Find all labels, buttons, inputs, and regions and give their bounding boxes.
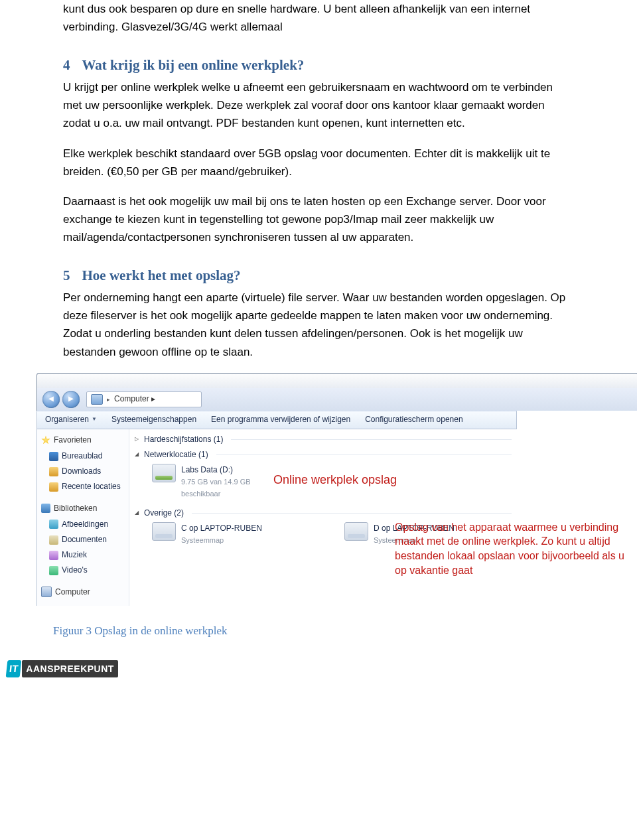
sidebar-afbeeldingen-label: Afbeeldingen [62,518,108,531]
library-icon [41,504,50,513]
recent-icon [49,482,58,492]
system-drive-icon [344,522,368,541]
section-4-number: 4 [63,54,70,77]
section-4-paragraph-c: Daarnaast is het ook mogelijk uw mail bi… [63,192,574,247]
sidebar-afbeeldingen[interactable]: Afbeeldingen [37,517,129,532]
group-net-label: Netwerklocatie (1) [144,449,208,461]
explorer-sidebar: Favorieten Bureaublad Downloads Recente … [37,429,129,606]
chevron-right-icon: ▸ [107,395,110,404]
explorer-content: ▷ Hardeschijfstations (1) ◢ Netwerklocat… [129,429,517,606]
arrow-right-icon: ► [67,392,76,406]
computer-small-icon [41,587,52,597]
sidebar-documenten-label: Documenten [62,533,107,546]
section-4-paragraph-a: U krijgt per online werkplek welke u afn… [63,78,574,133]
arrow-left-icon: ◄ [47,392,56,406]
drive-c-name: C op LAPTOP-RUBEN [181,522,262,535]
callout-online-opslag: Online werkplek opslag [273,470,397,490]
sidebar-bibliotheken[interactable]: Bibliotheken [37,500,129,517]
desktop-icon [49,452,58,461]
sidebar-recente-label: Recente locaties [62,480,121,493]
documents-icon [49,535,58,545]
sidebar-bureaublad-label: Bureaublad [62,450,102,462]
explorer-screenshot: ◄ ► ▸ Computer ▸ Organiseren ▼ Systeemei… [36,373,637,606]
explorer-toolbar: Organiseren ▼ Systeemeigenschappen Een p… [36,411,517,429]
group-hdd-label: Hardeschijfstations (1) [144,433,223,446]
callout-lokaal-opslag: Opslag van het apparaat waarmee u verbin… [395,520,634,577]
figure-caption: Figuur 3 Opslag in de online werkplek [53,622,637,640]
toolbar-configuratiescherm[interactable]: Configuratiescherm openen [365,413,462,426]
logo: IT AANSPREEKPUNT [7,660,118,677]
address-bar[interactable]: ▸ Computer ▸ [86,391,202,407]
section-5-paragraph: Per onderneming hangt een aparte (virtue… [63,289,574,361]
sidebar-favorieten[interactable]: Favorieten [37,432,129,449]
window-nav-bar: ◄ ► ▸ Computer ▸ [36,388,637,411]
logo-aanspreekpunt: AANSPREEKPUNT [22,660,118,677]
toolbar-systeemeigenschappen[interactable]: Systeemeigenschappen [111,413,196,426]
section-5-heading: 5Hoe werkt het met opslag? [63,265,574,287]
explorer-body: Favorieten Bureaublad Downloads Recente … [36,429,517,606]
sidebar-computer-label: Computer [55,586,90,598]
group-netwerklocatie[interactable]: ◢ Netwerklocatie (1) [135,447,512,462]
section-4-paragraph-b: Elke werkplek beschikt standaard over 5G… [63,145,574,180]
computer-icon [91,394,103,405]
footer: IT AANSPREEKPUNT [0,660,637,684]
section-5-title: Hoe werkt het met opslag? [82,267,241,283]
sidebar-computer[interactable]: Computer [37,584,129,600]
dropdown-arrow-icon: ▼ [92,415,97,424]
expand-arrow-icon: ◢ [135,451,140,459]
sidebar-bureaublad[interactable]: Bureaublad [37,449,129,464]
toolbar-programma-verwijderen[interactable]: Een programma verwijderen of wijzigen [211,413,350,426]
videos-icon [49,566,58,575]
sidebar-bibliotheken-label: Bibliotheken [54,502,97,515]
section-4-heading: 4Wat krijg ik bij een online werkplek? [63,54,574,77]
sidebar-favorieten-label: Favorieten [54,434,92,447]
star-icon [41,435,50,445]
expand-arrow-icon: ◢ [135,509,140,518]
music-icon [49,551,58,560]
divider [231,439,512,440]
drive-c-laptop[interactable]: C op LAPTOP-RUBEN Systeemmap [152,522,291,547]
network-drive-icon [152,464,176,482]
forward-button[interactable]: ► [62,391,80,408]
window-titlebar [36,373,637,388]
group-overige[interactable]: ◢ Overige (2) [135,506,512,521]
logo-it: IT [6,660,22,677]
sidebar-downloads-label: Downloads [62,465,101,478]
toolbar-organiseren[interactable]: Organiseren ▼ [45,413,97,426]
drive-labs-data[interactable]: Labs Data (D:) 9.75 GB van 14.9 GB besch… [152,464,291,500]
section-4-title: Wat krijg ik bij een online werkplek? [82,57,305,73]
sidebar-videos-label: Video's [62,564,88,577]
sidebar-muziek[interactable]: Muziek [37,547,129,563]
collapse-arrow-icon: ▷ [135,435,140,444]
sidebar-documenten[interactable]: Documenten [37,532,129,547]
group-hardeschijfstations[interactable]: ▷ Hardeschijfstations (1) [135,432,512,447]
group-overige-label: Overige (2) [144,507,184,520]
section-5-number: 5 [63,265,70,287]
downloads-icon [49,467,58,476]
system-drive-icon [152,522,176,541]
divider [192,513,512,514]
drive-c-sub: Systeemmap [181,535,262,547]
back-button[interactable]: ◄ [42,391,60,408]
sidebar-muziek-label: Muziek [62,549,87,561]
toolbar-organiseren-label: Organiseren [45,413,89,426]
intro-paragraph: kunt dus ook besparen op dure en snelle … [63,0,574,36]
sidebar-downloads[interactable]: Downloads [37,464,129,479]
pictures-icon [49,520,58,529]
sidebar-recente-locaties[interactable]: Recente locaties [37,479,129,494]
divider [216,455,512,455]
sidebar-videos[interactable]: Video's [37,563,129,578]
breadcrumb: Computer ▸ [114,393,155,405]
